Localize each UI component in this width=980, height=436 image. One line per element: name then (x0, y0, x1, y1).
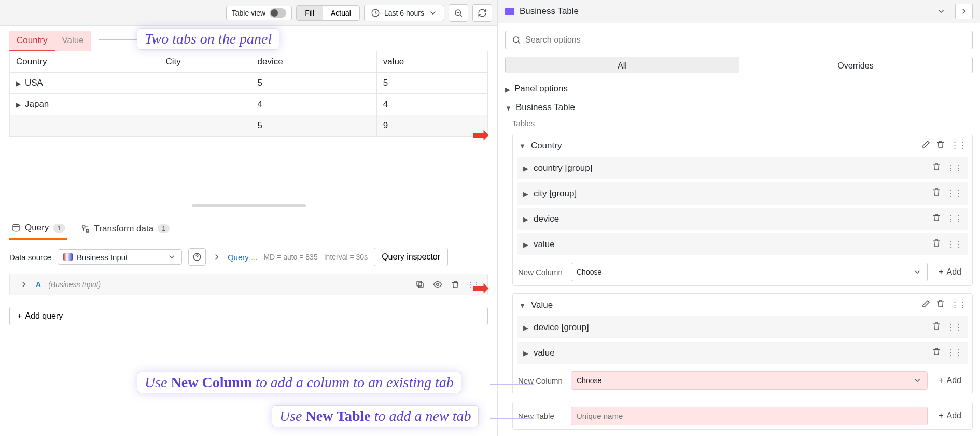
refresh-button[interactable] (472, 4, 492, 22)
col-value[interactable]: value (376, 51, 487, 73)
datasource-help-button[interactable] (188, 248, 206, 266)
search-input[interactable] (525, 35, 966, 45)
new-table-row: New Table +Add (512, 402, 973, 430)
grip-icon[interactable]: ⋮⋮ (950, 299, 966, 310)
annotation-new-table: Use New Table to add a new tab (272, 406, 478, 427)
trash-icon[interactable] (936, 299, 945, 311)
chevron-down-icon (167, 252, 176, 262)
col-device[interactable]: device (251, 51, 376, 73)
svg-rect-5 (417, 281, 422, 286)
tab-transform[interactable]: Transform data 1 (79, 217, 172, 240)
grip-icon[interactable]: ⋮⋮ (950, 140, 966, 151)
new-column-label: New Column (518, 268, 566, 277)
tab-country[interactable]: Country (9, 31, 55, 51)
col-country[interactable]: Country (10, 51, 159, 73)
col-city[interactable]: City (159, 51, 251, 73)
collapse-panel-button[interactable] (955, 4, 973, 19)
new-column-select[interactable]: Choose (571, 371, 928, 390)
datasource-label: Data source (9, 253, 51, 262)
data-table: Country City device value ▶USA 5 5 ▶Japa… (9, 51, 488, 212)
query-options-link[interactable]: Query ... (228, 253, 258, 262)
expand-icon[interactable]: ▶ (16, 80, 21, 87)
new-column-row: New Column Choose +Add (513, 367, 972, 394)
chevron-down-icon: ▼ (505, 104, 512, 112)
chevron-down-icon (428, 8, 438, 18)
chevron-right-icon: ▶ (523, 241, 528, 249)
datasource-row: Data source Business Input Query ... MD … (0, 240, 497, 274)
tab-query[interactable]: Query 1 (9, 217, 67, 240)
new-column-label: New Column (518, 376, 566, 385)
trash-icon[interactable] (932, 187, 941, 199)
refresh-icon (478, 8, 487, 18)
tab-value[interactable]: Value (55, 31, 91, 51)
grip-icon[interactable]: ⋮⋮ (946, 322, 962, 333)
grip-icon[interactable]: ⋮⋮ (946, 239, 962, 250)
add-table-button[interactable]: +Add (933, 406, 967, 425)
trash-icon[interactable] (932, 347, 941, 359)
card-header[interactable]: ▼ Value ⋮⋮ (513, 294, 972, 316)
column-item[interactable]: ▶value⋮⋮ (517, 233, 968, 255)
datasource-select[interactable]: Business Input (58, 249, 182, 265)
callout-arrow-icon: ➡ (472, 276, 489, 299)
query-item-row[interactable]: A (Business Input) ⋮⋮ (9, 274, 488, 295)
column-item[interactable]: ▶country [group]⋮⋮ (517, 157, 968, 179)
toggle-icon[interactable] (270, 8, 286, 18)
actual-button[interactable]: Actual (323, 6, 359, 20)
svg-rect-4 (418, 283, 423, 288)
time-range-picker[interactable]: Last 6 hours (364, 5, 444, 21)
chevron-right-icon[interactable] (19, 280, 29, 289)
add-column-button[interactable]: +Add (933, 263, 967, 281)
trash-icon[interactable] (450, 279, 460, 290)
fill-button[interactable]: Fill (297, 6, 323, 20)
horizontal-scrollbar[interactable] (192, 204, 306, 207)
section-panel-options[interactable]: ▶ Panel options (505, 79, 973, 98)
column-item[interactable]: ▶city [group]⋮⋮ (517, 182, 968, 205)
search-options[interactable] (505, 31, 973, 49)
edit-icon[interactable] (921, 140, 931, 152)
grip-icon[interactable]: ⋮⋮ (946, 188, 962, 199)
grip-icon[interactable]: ⋮⋮ (946, 347, 962, 358)
annotation-new-column: Use New Column to add a column to an exi… (137, 372, 461, 393)
grip-icon[interactable]: ⋮⋮ (946, 162, 962, 173)
card-header[interactable]: ▼ Country ⋮⋮ (513, 134, 972, 157)
zoom-out-button[interactable] (449, 4, 468, 22)
svg-point-6 (437, 283, 439, 286)
chevron-down-icon (913, 267, 922, 277)
table-row: ▶USA 5 5 (10, 73, 488, 94)
chevron-right-icon: ▶ (523, 324, 528, 332)
new-table-input[interactable] (571, 407, 928, 425)
tab-overrides[interactable]: Overrides (739, 57, 972, 73)
trash-icon[interactable] (936, 140, 945, 152)
annotation-tabs: Two tabs on the panel (137, 29, 279, 49)
transform-count-badge: 1 (158, 224, 170, 233)
plus-icon: + (17, 311, 22, 321)
expand-icon[interactable]: ▶ (16, 101, 21, 108)
add-column-button[interactable]: +Add (933, 371, 967, 390)
edit-icon[interactable] (921, 299, 931, 311)
options-tabs: All Overrides (505, 57, 973, 73)
zoom-out-icon (454, 8, 463, 18)
new-column-select[interactable]: Choose (571, 263, 928, 281)
query-inspector-button[interactable]: Query inspector (374, 248, 448, 266)
duplicate-icon[interactable] (415, 279, 425, 290)
grip-icon[interactable]: ⋮⋮ (946, 213, 962, 224)
eye-icon[interactable] (432, 279, 443, 290)
query-tabs: Query 1 Transform data 1 (0, 212, 497, 240)
section-business-table[interactable]: ▼ Business Table (505, 98, 973, 117)
column-item[interactable]: ▶device [group]⋮⋮ (517, 316, 968, 338)
trash-icon[interactable] (932, 238, 941, 250)
viz-title[interactable]: Business Table (520, 6, 579, 17)
column-item[interactable]: ▶value⋮⋮ (517, 342, 968, 364)
trash-icon[interactable] (932, 213, 941, 225)
table-view-toggle[interactable]: Table view (226, 6, 292, 20)
tab-all[interactable]: All (506, 57, 739, 73)
clock-icon (371, 8, 380, 18)
table-row: ▶Japan 4 4 (10, 94, 488, 115)
column-item[interactable]: ▶device⋮⋮ (517, 208, 968, 230)
trash-icon[interactable] (932, 321, 941, 333)
add-query-button[interactable]: + Add query (9, 307, 488, 325)
chevron-right-icon[interactable] (212, 252, 221, 262)
trash-icon[interactable] (932, 162, 941, 174)
right-header: Business Table (498, 0, 980, 23)
chevron-down-icon[interactable] (932, 4, 950, 19)
